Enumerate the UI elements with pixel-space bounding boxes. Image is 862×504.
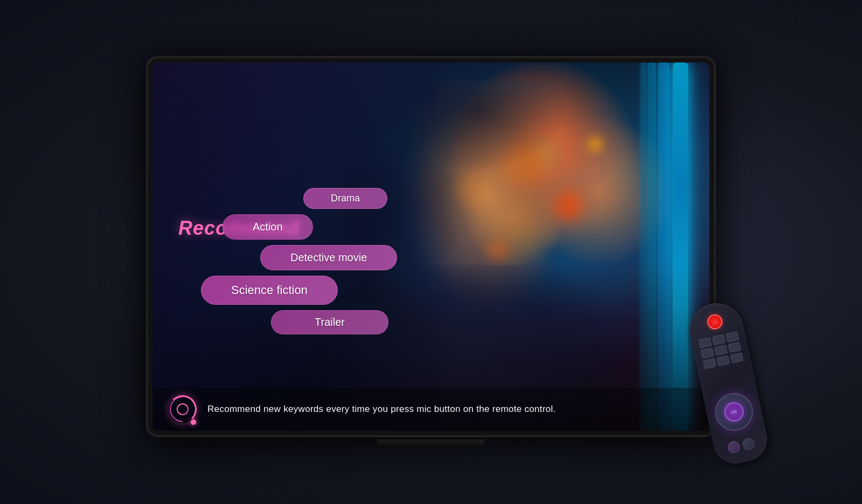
remote-num-4 [700,348,714,359]
remote-numpad [698,331,743,369]
tag-row-scifi: Science fiction [196,276,508,305]
svg-point-1 [177,404,188,415]
mic-dot [191,419,196,425]
tv-container: Recommend Drama Action Detective movie S… [148,58,714,435]
mic-icon [169,395,197,423]
remote-num-8 [717,355,730,366]
bottom-bar: Recommend new keywords every time you pr… [152,388,710,431]
remote-wheel-inner[interactable]: OK [722,401,746,424]
tag-detective[interactable]: Detective movie [260,245,397,270]
remote-num-9 [730,353,743,363]
bottom-instruction-text: Recommend new keywords every time you pr… [207,404,556,415]
remote-power-button[interactable] [706,313,724,331]
remote-wheel-outer[interactable]: OK [712,389,756,434]
remote-bottom-buttons [727,437,755,454]
tag-row-trailer: Trailer [196,310,508,334]
tag-drama[interactable]: Drama [303,188,387,209]
remote-mic-button[interactable] [727,440,741,454]
tags-container: Drama Action Detective movie Science fic… [196,188,508,340]
remote-num-1 [698,337,712,348]
remote-extra-button[interactable] [741,437,755,451]
tag-scifi[interactable]: Science fiction [201,276,338,305]
tag-trailer[interactable]: Trailer [271,310,388,334]
tv-stand [377,439,485,446]
tv-frame: Recommend Drama Action Detective movie S… [148,58,714,435]
remote-num-2 [712,334,726,345]
remote-num-3 [726,331,739,342]
tag-row-drama: Drama [196,188,508,209]
mic-svg [177,403,189,415]
tv-screen: Recommend Drama Action Detective movie S… [152,62,710,431]
tag-row-action: Action [196,214,508,240]
remote-nav-wheel: OK [712,389,756,434]
svg-point-0 [177,404,188,415]
tag-row-detective: Detective movie [196,245,508,270]
remote-num-6 [728,342,741,353]
tag-action[interactable]: Action [223,214,313,240]
remote-num-5 [714,345,728,355]
remote-num-7 [703,358,716,369]
